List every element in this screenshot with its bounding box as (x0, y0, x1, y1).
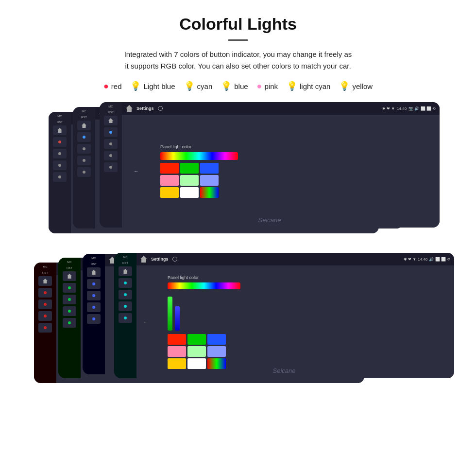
back-btn-b4[interactable]: ← (141, 318, 151, 326)
sidebar-btn-2b[interactable] (77, 132, 91, 142)
rainbow-bar-bot (168, 282, 240, 289)
sidebar-btn-b4-2[interactable] (119, 278, 132, 288)
cell-yellow[interactable] (160, 187, 179, 198)
sidebar-home-btn-b3[interactable] (87, 267, 101, 277)
cell-green[interactable] (180, 163, 199, 174)
top-device-3: MC RST Settings ✱ ❤ ▼ (100, 102, 440, 228)
color-label-pink: pink (264, 82, 278, 90)
sidebar-btn-b1-3[interactable] (38, 299, 52, 309)
color-item-cyan: 💡 cyan (184, 81, 213, 91)
sidebar-btn-3[interactable] (53, 149, 67, 158)
sidebar-btn-b3-3[interactable] (87, 291, 101, 300)
color-item-blue: 💡 blue (221, 81, 248, 91)
topbar-icons-3: ✱ ❤ ▼ 14:40 📷 🔊 ⬜ ⬜ ⟲ (382, 106, 436, 111)
top-device-group: MC RST Settings ← (19, 102, 457, 243)
sidebar-btn-b4-5[interactable] (119, 313, 132, 323)
sidebar-btn-3b[interactable] (77, 144, 91, 154)
sidebar-btn-b2-3[interactable] (63, 295, 76, 304)
content-body-3: ← Panel light color (122, 115, 440, 228)
bulb-icon-lightcyan: 💡 (287, 81, 297, 91)
sidebar-btn-b2-4[interactable] (63, 306, 76, 316)
cell-b-white[interactable] (187, 358, 206, 369)
page-container: Colorful Lights Integrated with 7 colors… (0, 0, 476, 404)
color-label-cyan: cyan (197, 82, 213, 90)
bulb-icon-lightblue: 💡 (130, 81, 141, 91)
sidebar-home-btn-3[interactable] (104, 116, 118, 125)
topbar-b4: Settings ✱ ❤ ▼ 14:40 🔊 ⬜ ⬜ ⟲ (136, 253, 454, 265)
color-label-red: red (111, 82, 122, 90)
color-item-pink: ● pink (257, 81, 278, 91)
sidebar-btn-2c[interactable] (104, 127, 118, 137)
color-label-yellow: yellow (352, 82, 373, 90)
sidebar-btn-4c[interactable] (104, 151, 118, 160)
cell-lightgreen[interactable] (180, 175, 199, 186)
back-btn-3[interactable]: ← (132, 167, 141, 175)
cell-rainbow[interactable] (200, 187, 219, 198)
sidebar-btn-b1-5[interactable] (38, 323, 52, 333)
bulb-icon-yellow: 💡 (339, 81, 350, 91)
sidebar-btn-b1-4[interactable] (38, 311, 52, 321)
panel-light-label-bot: Panel light color (168, 275, 199, 280)
sidebar-b3: MC RST (83, 254, 105, 374)
title-divider (228, 39, 248, 41)
color-item-red: ● red (103, 81, 122, 91)
sidebar-home-btn-b2[interactable] (63, 271, 76, 281)
sidebar-btn-b1-2[interactable] (38, 288, 52, 298)
sidebar-b1: MC RST (34, 263, 56, 383)
page-description: Integrated with 7 colors of button indic… (19, 49, 457, 72)
color-label-lightblue: Light blue (143, 82, 175, 90)
color-label-lightcyan: light cyan (300, 82, 330, 90)
sidebar-1: MC RST (49, 112, 71, 233)
sidebar-home-btn-2[interactable] (77, 121, 91, 130)
color-item-yellow: 💡 yellow (339, 81, 373, 91)
cell-red[interactable] (160, 163, 179, 174)
bot-device-4: MC RST Settings ✱ ❤ ▼ (114, 253, 454, 378)
bulb-icon-cyan: 💡 (184, 81, 195, 91)
sidebar-btn-3c[interactable] (104, 139, 118, 149)
cell-b-rainbow[interactable] (207, 358, 226, 369)
sidebar-btn-4[interactable] (53, 160, 67, 170)
sidebar-btn-b4-4[interactable] (119, 301, 132, 311)
sidebar-btn-5c[interactable] (104, 162, 118, 172)
sidebar-home-btn[interactable] (53, 125, 67, 135)
sidebar-btn-b4-3[interactable] (119, 290, 132, 299)
home-icon-b4 (140, 256, 147, 263)
main-content-b4: Settings ✱ ❤ ▼ 14:40 🔊 ⬜ ⬜ ⟲ ← Panel lig… (136, 253, 454, 378)
cell-b-green[interactable] (187, 334, 206, 345)
topbar-3: Settings ✱ ❤ ▼ 14:40 📷 🔊 ⬜ ⬜ ⟲ (122, 102, 440, 115)
sidebar-btn-b3-5[interactable] (87, 314, 101, 324)
sidebar-home-btn-b4[interactable] (119, 266, 132, 276)
sidebar-btn-5b[interactable] (77, 167, 91, 177)
bottom-device-group: MC RST Setting ← (19, 253, 457, 394)
sidebar-btn-b3-2[interactable] (87, 279, 101, 289)
cell-b-red[interactable] (168, 334, 186, 345)
sidebar-btn-2[interactable] (53, 137, 67, 147)
color-item-lightcyan: 💡 light cyan (287, 81, 330, 91)
cell-b-pink[interactable] (168, 346, 186, 357)
cell-pink[interactable] (160, 175, 179, 186)
sidebar-btn-4b[interactable] (77, 156, 91, 165)
sidebar-2: MC RST (73, 107, 95, 228)
cell-periwinkle[interactable] (200, 175, 219, 186)
panel-light-label-top: Panel light color (160, 144, 191, 149)
content-body-b4: ← Panel light color (136, 265, 454, 378)
sidebar-btn-b2-2[interactable] (63, 283, 76, 293)
slider-green-bot (168, 297, 172, 331)
cell-b-periwinkle[interactable] (207, 346, 226, 357)
cell-b-yellow[interactable] (168, 358, 186, 369)
sidebar-home-btn-b1[interactable] (38, 276, 52, 286)
cell-white[interactable] (180, 187, 199, 198)
cell-b-lightgreen[interactable] (187, 346, 206, 357)
cell-b-blue[interactable] (207, 334, 226, 345)
cell-blue[interactable] (200, 163, 219, 174)
color-grid-top (160, 163, 219, 198)
watermark-bot: Seicane (273, 367, 296, 374)
screen-b4: MC RST Settings ✱ ❤ ▼ (114, 253, 454, 378)
color-list: ● red 💡 Light blue 💡 cyan 💡 blue ● pink … (19, 81, 457, 91)
sidebar-btn-b3-4[interactable] (87, 302, 101, 312)
bulb-icon-pink: ● (257, 81, 262, 91)
home-icon-3 (126, 105, 133, 112)
sidebar-btn-b2-5[interactable] (63, 318, 76, 328)
sidebar-btn-5[interactable] (53, 172, 67, 182)
sidebar-b2: MC RST (58, 258, 81, 378)
